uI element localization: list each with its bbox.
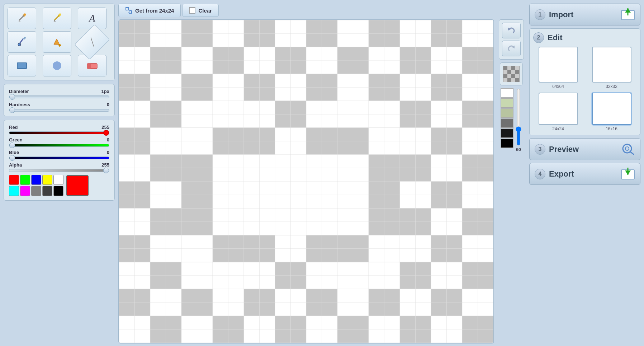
import-icon xyxy=(621,8,635,22)
hardness-slider[interactable] xyxy=(9,109,109,112)
label-64x64: 64x64 xyxy=(552,84,564,89)
green-slider[interactable] xyxy=(9,144,109,147)
strip-green[interactable] xyxy=(501,108,513,118)
swatch-yellow[interactable] xyxy=(42,175,52,185)
size-24x24[interactable]: 24x24 xyxy=(533,93,583,131)
export-section-button[interactable]: 4 Export xyxy=(529,163,640,185)
zoom-color-container: 60 xyxy=(501,88,522,152)
size-16x16[interactable]: 16x16 xyxy=(587,93,636,131)
blue-row: Blue 0 xyxy=(9,150,109,159)
middle-panel: Get from 24x24 Clear xyxy=(118,4,526,343)
blue-slider[interactable] xyxy=(9,156,109,159)
swatch-red[interactable] xyxy=(9,175,19,185)
tool-box: A ╱ xyxy=(4,4,115,80)
undo-icon xyxy=(506,25,516,36)
svg-line-6 xyxy=(19,38,24,44)
red-label: Red xyxy=(9,125,18,130)
preview-label: Preview xyxy=(549,145,617,154)
checker-box xyxy=(500,62,523,85)
red-slider[interactable] xyxy=(9,131,109,134)
canvas-area: 60 xyxy=(118,19,526,343)
green-label: Green xyxy=(9,137,23,142)
eraser-tool[interactable] xyxy=(78,55,106,76)
edit-header: 2 Edit xyxy=(533,32,636,43)
alpha-row: Alpha 255 xyxy=(9,162,109,172)
preview-32x32 xyxy=(592,47,631,83)
svg-rect-14 xyxy=(129,11,132,13)
zoom-slider[interactable] xyxy=(515,88,522,146)
preview-24x24 xyxy=(539,93,578,125)
swatch-darkgray[interactable] xyxy=(42,186,52,196)
svg-line-1 xyxy=(19,15,24,20)
get-from-24x24-button[interactable]: Get from 24x24 xyxy=(118,4,181,17)
export-number: 4 xyxy=(535,169,545,179)
pixel-canvas[interactable] xyxy=(119,20,493,343)
swatch-blue[interactable] xyxy=(31,175,41,185)
swatch-cyan[interactable] xyxy=(9,186,19,196)
swatch-gray[interactable] xyxy=(31,186,41,196)
color-settings: Red 255 Green 0 Blue 0 Alpha 255 xyxy=(4,120,115,201)
clear-label: Clear xyxy=(198,8,212,14)
alpha-label: Alpha xyxy=(9,162,22,168)
swatch-black[interactable] xyxy=(53,186,63,196)
svg-line-27 xyxy=(630,152,634,154)
strip-nearblack[interactable] xyxy=(501,128,513,138)
diameter-slider[interactable] xyxy=(9,95,109,98)
size-32x32[interactable]: 32x32 xyxy=(587,47,636,89)
blue-value: 0 xyxy=(107,150,109,155)
pencil-tool[interactable] xyxy=(8,8,36,29)
current-color-swatch[interactable] xyxy=(66,175,89,196)
strip-white[interactable] xyxy=(501,88,513,98)
pixel-canvas-container[interactable] xyxy=(118,19,494,343)
import-label: Import xyxy=(549,10,617,19)
edit-number: 2 xyxy=(533,32,544,43)
zoom-container: 60 xyxy=(515,88,522,152)
swatch-white[interactable] xyxy=(53,175,63,185)
preview-number: 3 xyxy=(535,144,545,155)
left-panel: A ╱ Diameter 1px xyxy=(4,4,115,343)
svg-point-26 xyxy=(625,147,629,150)
import-section-button[interactable]: 1 Import xyxy=(529,4,640,25)
diameter-row: Diameter 1px xyxy=(9,89,109,98)
clear-button[interactable]: Clear xyxy=(182,4,219,17)
redo-button[interactable] xyxy=(502,41,521,56)
preview-icon xyxy=(621,142,635,156)
text-tool[interactable]: A xyxy=(78,8,106,29)
svg-rect-9 xyxy=(17,63,27,69)
brush-settings: Diameter 1px Hardness 0 xyxy=(4,84,115,116)
red-row: Red 255 xyxy=(9,125,109,134)
get-from-24x24-label: Get from 24x24 xyxy=(135,8,174,14)
strip-black[interactable] xyxy=(501,139,513,148)
zoom-value: 60 xyxy=(516,147,521,152)
label-24x24: 24x24 xyxy=(552,126,564,131)
line-tool[interactable]: ╱ xyxy=(75,24,110,60)
edit-label: Edit xyxy=(548,33,636,42)
size-grid: 64x64 32x32 24x24 16x16 xyxy=(533,47,636,131)
svg-rect-13 xyxy=(126,8,128,10)
canvas-tools: 60 xyxy=(497,19,526,343)
alpha-slider[interactable] xyxy=(9,169,109,172)
preview-section-button[interactable]: 3 Preview xyxy=(529,138,640,160)
red-value: 255 xyxy=(101,125,109,130)
edit-section: 2 Edit 64x64 32x32 24x24 16x16 xyxy=(529,28,640,135)
hardness-label: Hardness xyxy=(9,102,30,107)
rect-tool[interactable] xyxy=(8,55,36,76)
size-64x64[interactable]: 64x64 xyxy=(533,47,583,89)
eyedropper-tool[interactable] xyxy=(8,31,36,53)
hardness-row: Hardness 0 xyxy=(9,102,109,112)
svg-rect-12 xyxy=(87,64,91,69)
fill-tool[interactable] xyxy=(43,31,71,53)
undo-redo-box xyxy=(499,19,524,60)
alpha-value: 255 xyxy=(101,162,109,168)
ellipse-tool[interactable] xyxy=(43,55,71,76)
diameter-label: Diameter xyxy=(9,89,29,94)
export-icon xyxy=(621,167,635,181)
pencil2-tool[interactable] xyxy=(43,8,71,29)
swatch-green[interactable] xyxy=(20,175,30,185)
strip-lightgreen[interactable] xyxy=(501,98,513,108)
redo-icon xyxy=(506,43,516,53)
svg-rect-19 xyxy=(189,8,195,13)
undo-button[interactable] xyxy=(502,23,521,38)
swatch-magenta[interactable] xyxy=(20,186,30,196)
strip-darkgray[interactable] xyxy=(501,118,513,128)
